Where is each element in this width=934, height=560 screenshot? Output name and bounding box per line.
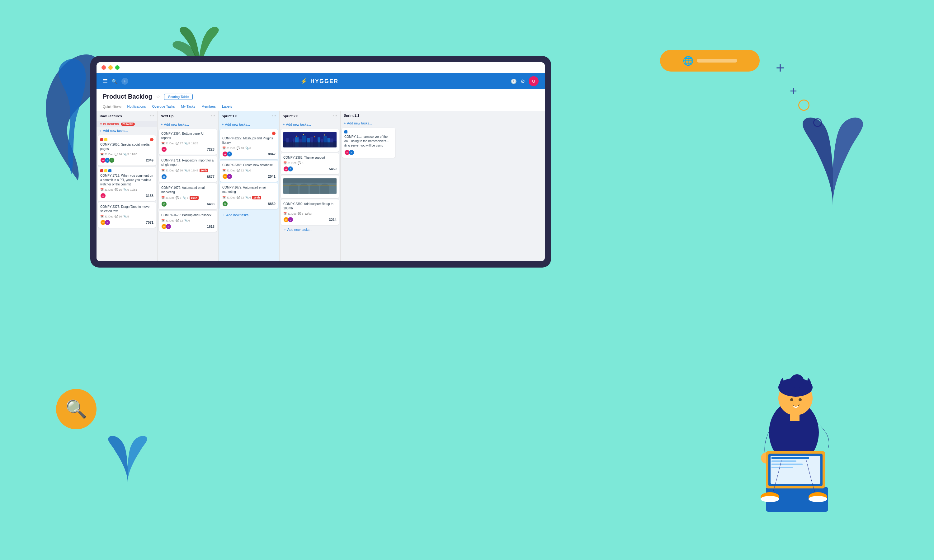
navbar: ☰ 🔍 + ⚡ HYGGER 🕐 ⚙ U (97, 73, 545, 89)
add-task-sprint20-bottom[interactable]: +Add new tasks... (281, 226, 339, 233)
filter-overdue[interactable]: Overdue Tasks (149, 103, 178, 111)
card-compy-nameserver[interactable]: COMPY-1...: nameserver of the do... usin… (342, 128, 395, 158)
card-score: 1618 (207, 225, 214, 228)
column-menu-icon[interactable]: ⋯ (333, 114, 337, 118)
card-arch-image[interactable] (281, 175, 339, 198)
card-compy-2383-theme[interactable]: COMPY-2383: Theme support 📅 31 Dec 💬 5 A… (281, 153, 339, 174)
card-compy-2376[interactable]: COMPY-2376: Drag'n'Drop to move selected… (98, 202, 156, 228)
card-score: 8859 (268, 202, 276, 206)
flag-blue (108, 169, 111, 172)
urgent-icon: 🔴 (272, 132, 276, 135)
user-avatar[interactable]: U (529, 76, 539, 86)
svg-point-40 (761, 492, 779, 502)
add-task-sprint10-bottom[interactable]: +Add new tasks... (220, 212, 278, 218)
column-sprint21-header: Sprint 2.1 (341, 111, 397, 120)
filter-notifications[interactable]: Notifications (124, 103, 149, 111)
filter-labels[interactable]: Labels (219, 103, 235, 111)
avatar: B (161, 174, 167, 180)
column-sprint-21: Sprint 2.1 +Add new tasks... COMPY-1...:… (341, 111, 397, 262)
card-score: 3158 (146, 194, 154, 198)
column-menu-icon[interactable]: ⋯ (211, 114, 215, 118)
filter-members[interactable]: Members (198, 103, 219, 111)
column-next-up-header: Next Up ⋯ (157, 111, 218, 121)
plant-small-decoration (103, 423, 153, 485)
flag-red (100, 138, 103, 141)
svg-point-41 (809, 492, 827, 502)
settings-icon[interactable]: ⚙ (521, 78, 525, 84)
avatar: E (288, 217, 293, 222)
svg-point-18 (314, 136, 315, 137)
meta-date: 📅 31 Dec (100, 188, 113, 191)
navbar-add-icon[interactable]: + (122, 78, 128, 85)
card-meta: 📅 31 Dec 💬 16 📎 5 (100, 215, 154, 218)
window-maximize-dot[interactable] (115, 65, 120, 70)
card-title: COMPY-1...: nameserver of the do... usin… (344, 135, 393, 148)
card-compy-1222[interactable]: 🔴 COMPY-1222: Mashups and Plugins librar… (220, 129, 278, 159)
card-compy-1679-auto[interactable]: COMPY-1679: Automated email marketing 📅 … (220, 183, 278, 209)
card-meta: 📅 31 Dec 💬 10 📎 5 12/42 164h (161, 169, 214, 172)
add-task-sprint21[interactable]: +Add new tasks... (341, 120, 397, 127)
search-bubble-decoration: 🔍 (56, 389, 97, 429)
svg-rect-35 (771, 456, 820, 484)
card-compy-2394[interactable]: COMPY-2394: Bottom panel UI reports 📅 31… (159, 129, 217, 155)
filter-mytasks[interactable]: My Tasks (178, 103, 199, 111)
svg-point-26 (778, 381, 812, 415)
scoring-table-button[interactable]: Scoring Table (164, 94, 193, 100)
city-image (283, 132, 336, 148)
card-compy-1679-email[interactable]: COMPY-1679: Automated email marketing 📅 … (159, 183, 217, 209)
meta-attachments: 📎 5 (123, 153, 129, 156)
add-task-nextup[interactable]: +Add new tasks... (157, 121, 218, 128)
svg-rect-34 (768, 454, 823, 486)
card-compy-2392[interactable]: COMPY-2392: Add support file up to 100mb… (281, 199, 339, 225)
card-title: COMPY-1679: Automated email marketing (222, 185, 276, 194)
column-sprint-20: Sprint 2.0 ⋯ +Add new tasks... (280, 111, 341, 262)
blockers-label: ▼ BLOCKERS (100, 123, 119, 126)
meta-comments: 💬 16 (114, 153, 122, 156)
svg-rect-33 (766, 451, 825, 488)
column-menu-icon[interactable]: ⋯ (150, 114, 154, 118)
card-compy-1679-backup[interactable]: COMPY-1679: Backup and Rollback 📅 31 Dec… (159, 211, 217, 232)
avatar: A (161, 146, 167, 152)
add-task-raw[interactable]: +Add new tasks... (97, 127, 157, 134)
svg-rect-37 (772, 460, 796, 462)
card-meta: 📅 31 Dec 💬 16 📎 5 11/85 (100, 153, 154, 156)
urgent-icon: 🔴 (150, 138, 154, 141)
card-score: 2349 (146, 158, 154, 162)
meta-comments: 💬 16 (114, 188, 122, 191)
card-meta: 📅 31 Dec 💬 17 📎 5 12/25 (161, 142, 214, 145)
svg-point-19 (324, 134, 325, 135)
hamburger-menu[interactable]: ☰ (103, 78, 108, 85)
column-title: Sprint 2.0 (283, 114, 298, 118)
time-badge: 164h (190, 196, 199, 200)
raw-features-cards: 🔴 COMPY-2050: Special social media pages… (97, 134, 157, 262)
meta-date: 📅 31 Dec (100, 153, 113, 156)
sprint21-cards: COMPY-1...: nameserver of the do... usin… (341, 127, 397, 262)
window-close-dot[interactable] (102, 65, 106, 70)
favorite-icon[interactable]: ☆ (156, 94, 160, 100)
circle-icon-4 (813, 118, 822, 127)
card-compy-2383-new[interactable]: COMPY-2383: Create new database 📅 31 Dec… (220, 160, 278, 182)
time-badge: 164h (200, 169, 209, 172)
navbar-search-icon[interactable]: 🔍 (111, 78, 118, 84)
clock-icon[interactable]: 🕐 (510, 78, 517, 84)
svg-rect-31 (790, 413, 800, 421)
character-illustration (735, 336, 853, 510)
card-meta: 📅 31 Dec 💬 5 (283, 162, 336, 165)
column-menu-icon[interactable]: ⋯ (272, 114, 276, 118)
sprint10-cards: 🔴 COMPY-1222: Mashups and Plugins librar… (219, 128, 279, 262)
flag-red (100, 169, 103, 172)
add-task-sprint10[interactable]: +Add new tasks... (219, 121, 279, 128)
svg-point-27 (778, 378, 812, 397)
card-compy-1712[interactable]: COMPY-1712: When you comment on a commit… (98, 167, 156, 201)
meta-date: 📅 31 Dec (100, 215, 113, 218)
card-city-image[interactable] (281, 129, 339, 152)
scene: + + + + 🔍 🌐 (0, 0, 934, 560)
card-compy-1711[interactable]: COMPY-1711: Repository import for a sing… (159, 156, 217, 182)
add-task-sprint20[interactable]: +Add new tasks... (280, 121, 340, 128)
card-title: COMPY-2376: Drag'n'Drop to move selected… (100, 205, 154, 214)
svg-point-42 (761, 496, 779, 502)
window-minimize-dot[interactable] (108, 65, 113, 70)
page-title-row: Product Backlog ☆ Scoring Table (103, 93, 539, 100)
card-compy-2050[interactable]: 🔴 COMPY-2050: Special social media pages… (98, 135, 156, 166)
svg-rect-20 (283, 143, 336, 148)
